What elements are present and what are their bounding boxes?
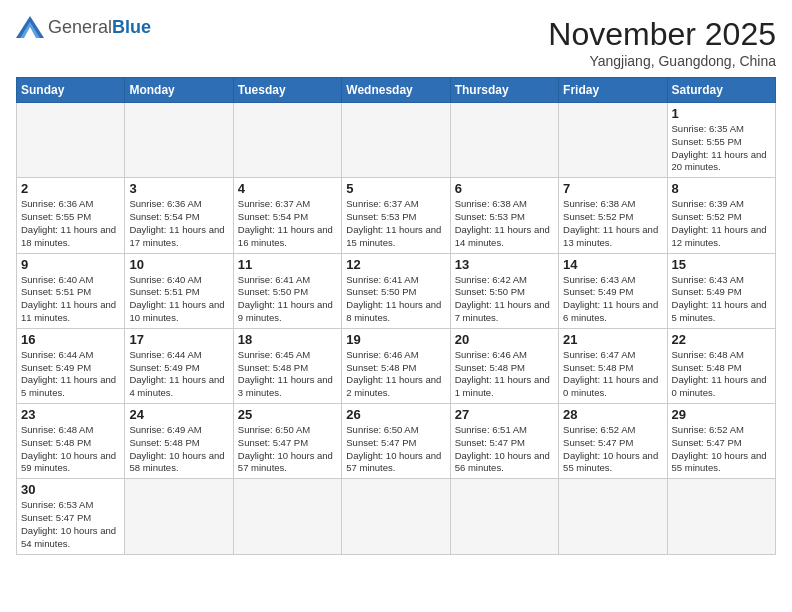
logo-text: GeneralBlue xyxy=(48,18,151,36)
day-number: 6 xyxy=(455,181,554,196)
weekday-header-sunday: Sunday xyxy=(17,78,125,103)
calendar-cell: 21Sunrise: 6:47 AM Sunset: 5:48 PM Dayli… xyxy=(559,328,667,403)
calendar-cell xyxy=(450,479,558,554)
calendar-cell xyxy=(125,479,233,554)
calendar-cell xyxy=(559,103,667,178)
weekday-header-saturday: Saturday xyxy=(667,78,775,103)
day-info: Sunrise: 6:52 AM Sunset: 5:47 PM Dayligh… xyxy=(672,424,771,475)
day-info: Sunrise: 6:39 AM Sunset: 5:52 PM Dayligh… xyxy=(672,198,771,249)
day-info: Sunrise: 6:46 AM Sunset: 5:48 PM Dayligh… xyxy=(455,349,554,400)
day-number: 19 xyxy=(346,332,445,347)
calendar-cell xyxy=(125,103,233,178)
day-number: 7 xyxy=(563,181,662,196)
calendar-cell: 11Sunrise: 6:41 AM Sunset: 5:50 PM Dayli… xyxy=(233,253,341,328)
week-row-3: 9Sunrise: 6:40 AM Sunset: 5:51 PM Daylig… xyxy=(17,253,776,328)
day-info: Sunrise: 6:53 AM Sunset: 5:47 PM Dayligh… xyxy=(21,499,120,550)
day-info: Sunrise: 6:40 AM Sunset: 5:51 PM Dayligh… xyxy=(21,274,120,325)
month-title: November 2025 xyxy=(548,16,776,53)
calendar-cell: 9Sunrise: 6:40 AM Sunset: 5:51 PM Daylig… xyxy=(17,253,125,328)
calendar-cell: 27Sunrise: 6:51 AM Sunset: 5:47 PM Dayli… xyxy=(450,404,558,479)
day-info: Sunrise: 6:52 AM Sunset: 5:47 PM Dayligh… xyxy=(563,424,662,475)
day-number: 12 xyxy=(346,257,445,272)
day-info: Sunrise: 6:50 AM Sunset: 5:47 PM Dayligh… xyxy=(346,424,445,475)
week-row-6: 30Sunrise: 6:53 AM Sunset: 5:47 PM Dayli… xyxy=(17,479,776,554)
calendar-cell: 23Sunrise: 6:48 AM Sunset: 5:48 PM Dayli… xyxy=(17,404,125,479)
day-number: 10 xyxy=(129,257,228,272)
calendar-cell xyxy=(342,103,450,178)
day-info: Sunrise: 6:38 AM Sunset: 5:53 PM Dayligh… xyxy=(455,198,554,249)
day-number: 16 xyxy=(21,332,120,347)
weekday-header-row: SundayMondayTuesdayWednesdayThursdayFrid… xyxy=(17,78,776,103)
calendar-cell: 8Sunrise: 6:39 AM Sunset: 5:52 PM Daylig… xyxy=(667,178,775,253)
day-info: Sunrise: 6:35 AM Sunset: 5:55 PM Dayligh… xyxy=(672,123,771,174)
day-info: Sunrise: 6:41 AM Sunset: 5:50 PM Dayligh… xyxy=(238,274,337,325)
calendar-cell: 29Sunrise: 6:52 AM Sunset: 5:47 PM Dayli… xyxy=(667,404,775,479)
calendar-cell: 15Sunrise: 6:43 AM Sunset: 5:49 PM Dayli… xyxy=(667,253,775,328)
day-info: Sunrise: 6:42 AM Sunset: 5:50 PM Dayligh… xyxy=(455,274,554,325)
weekday-header-monday: Monday xyxy=(125,78,233,103)
calendar-cell xyxy=(450,103,558,178)
calendar-cell: 3Sunrise: 6:36 AM Sunset: 5:54 PM Daylig… xyxy=(125,178,233,253)
day-info: Sunrise: 6:50 AM Sunset: 5:47 PM Dayligh… xyxy=(238,424,337,475)
day-number: 26 xyxy=(346,407,445,422)
calendar-cell: 7Sunrise: 6:38 AM Sunset: 5:52 PM Daylig… xyxy=(559,178,667,253)
day-number: 5 xyxy=(346,181,445,196)
logo-icon xyxy=(16,16,44,38)
day-number: 22 xyxy=(672,332,771,347)
day-info: Sunrise: 6:36 AM Sunset: 5:54 PM Dayligh… xyxy=(129,198,228,249)
day-info: Sunrise: 6:36 AM Sunset: 5:55 PM Dayligh… xyxy=(21,198,120,249)
week-row-1: 1Sunrise: 6:35 AM Sunset: 5:55 PM Daylig… xyxy=(17,103,776,178)
calendar-cell: 24Sunrise: 6:49 AM Sunset: 5:48 PM Dayli… xyxy=(125,404,233,479)
day-number: 28 xyxy=(563,407,662,422)
calendar-cell: 17Sunrise: 6:44 AM Sunset: 5:49 PM Dayli… xyxy=(125,328,233,403)
calendar-cell: 4Sunrise: 6:37 AM Sunset: 5:54 PM Daylig… xyxy=(233,178,341,253)
calendar-cell: 28Sunrise: 6:52 AM Sunset: 5:47 PM Dayli… xyxy=(559,404,667,479)
calendar-cell xyxy=(233,479,341,554)
location-subtitle: Yangjiang, Guangdong, China xyxy=(548,53,776,69)
weekday-header-tuesday: Tuesday xyxy=(233,78,341,103)
day-number: 20 xyxy=(455,332,554,347)
day-number: 18 xyxy=(238,332,337,347)
weekday-header-thursday: Thursday xyxy=(450,78,558,103)
calendar-cell xyxy=(17,103,125,178)
calendar-cell: 30Sunrise: 6:53 AM Sunset: 5:47 PM Dayli… xyxy=(17,479,125,554)
day-info: Sunrise: 6:38 AM Sunset: 5:52 PM Dayligh… xyxy=(563,198,662,249)
calendar-cell: 10Sunrise: 6:40 AM Sunset: 5:51 PM Dayli… xyxy=(125,253,233,328)
day-info: Sunrise: 6:48 AM Sunset: 5:48 PM Dayligh… xyxy=(21,424,120,475)
day-number: 25 xyxy=(238,407,337,422)
calendar-cell: 22Sunrise: 6:48 AM Sunset: 5:48 PM Dayli… xyxy=(667,328,775,403)
day-info: Sunrise: 6:40 AM Sunset: 5:51 PM Dayligh… xyxy=(129,274,228,325)
calendar-cell: 5Sunrise: 6:37 AM Sunset: 5:53 PM Daylig… xyxy=(342,178,450,253)
day-number: 30 xyxy=(21,482,120,497)
week-row-4: 16Sunrise: 6:44 AM Sunset: 5:49 PM Dayli… xyxy=(17,328,776,403)
weekday-header-friday: Friday xyxy=(559,78,667,103)
day-number: 13 xyxy=(455,257,554,272)
calendar-cell xyxy=(667,479,775,554)
day-info: Sunrise: 6:44 AM Sunset: 5:49 PM Dayligh… xyxy=(21,349,120,400)
page-header: GeneralBlue November 2025 Yangjiang, Gua… xyxy=(16,16,776,69)
day-number: 29 xyxy=(672,407,771,422)
day-number: 15 xyxy=(672,257,771,272)
day-number: 9 xyxy=(21,257,120,272)
calendar-cell: 20Sunrise: 6:46 AM Sunset: 5:48 PM Dayli… xyxy=(450,328,558,403)
calendar-cell: 25Sunrise: 6:50 AM Sunset: 5:47 PM Dayli… xyxy=(233,404,341,479)
day-info: Sunrise: 6:49 AM Sunset: 5:48 PM Dayligh… xyxy=(129,424,228,475)
day-number: 3 xyxy=(129,181,228,196)
weekday-header-wednesday: Wednesday xyxy=(342,78,450,103)
calendar-cell xyxy=(233,103,341,178)
calendar-cell: 12Sunrise: 6:41 AM Sunset: 5:50 PM Dayli… xyxy=(342,253,450,328)
day-info: Sunrise: 6:45 AM Sunset: 5:48 PM Dayligh… xyxy=(238,349,337,400)
calendar-table: SundayMondayTuesdayWednesdayThursdayFrid… xyxy=(16,77,776,555)
week-row-2: 2Sunrise: 6:36 AM Sunset: 5:55 PM Daylig… xyxy=(17,178,776,253)
day-info: Sunrise: 6:43 AM Sunset: 5:49 PM Dayligh… xyxy=(672,274,771,325)
calendar-cell: 26Sunrise: 6:50 AM Sunset: 5:47 PM Dayli… xyxy=(342,404,450,479)
day-number: 21 xyxy=(563,332,662,347)
calendar-cell xyxy=(559,479,667,554)
title-block: November 2025 Yangjiang, Guangdong, Chin… xyxy=(548,16,776,69)
logo: GeneralBlue xyxy=(16,16,151,38)
calendar-cell: 16Sunrise: 6:44 AM Sunset: 5:49 PM Dayli… xyxy=(17,328,125,403)
calendar-cell: 6Sunrise: 6:38 AM Sunset: 5:53 PM Daylig… xyxy=(450,178,558,253)
day-number: 23 xyxy=(21,407,120,422)
calendar-cell: 13Sunrise: 6:42 AM Sunset: 5:50 PM Dayli… xyxy=(450,253,558,328)
day-number: 2 xyxy=(21,181,120,196)
